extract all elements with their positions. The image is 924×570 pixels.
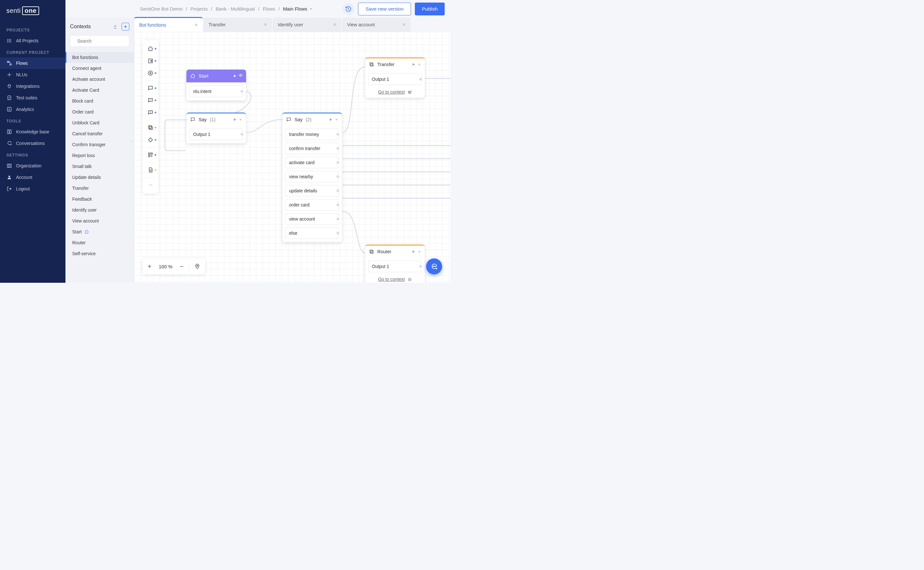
context-item[interactable]: Transfer	[65, 183, 134, 194]
tab-close-button[interactable]: ×	[403, 22, 406, 28]
history-button[interactable]	[343, 3, 354, 15]
node-header[interactable]: Say (2)	[282, 112, 342, 126]
zoom-in-button[interactable]: +	[143, 263, 157, 270]
breadcrumb-item[interactable]: SentiOne Bot Demo	[140, 6, 183, 12]
nav-item-flows[interactable]: Flows	[0, 57, 65, 69]
node-transfer[interactable]: Transfer Output 1 Go to context	[365, 57, 425, 98]
node-output[interactable]: Output 1	[368, 74, 421, 85]
context-item[interactable]: Feedback	[65, 194, 134, 205]
palette-layers[interactable]	[143, 121, 158, 134]
node-router[interactable]: Router Output 1 Go to context	[365, 245, 425, 283]
gear-icon[interactable]	[334, 117, 339, 122]
context-item[interactable]: Cancel transfer	[65, 128, 134, 139]
play-icon[interactable]	[411, 250, 416, 254]
flow-canvas[interactable]: Start nlu.intent Say (1) Output 1	[134, 32, 450, 283]
nav-item-account[interactable]: Account	[0, 172, 65, 183]
context-item[interactable]: Unblock Card	[65, 117, 134, 128]
breadcrumb-current[interactable]: Main Flows	[283, 6, 312, 12]
nav-item-kb[interactable]: Knowledge base	[0, 126, 65, 138]
editor-tab[interactable]: Transfer×	[203, 18, 272, 32]
breadcrumb-item[interactable]: Flows	[263, 6, 275, 12]
nav-item-nlus[interactable]: NLUs	[0, 69, 65, 80]
publish-button[interactable]: Publish	[415, 3, 445, 15]
editor-tab[interactable]: Identify user×	[273, 18, 341, 32]
palette-typing[interactable]	[143, 94, 158, 106]
node-output[interactable]: update details	[286, 185, 339, 196]
node-output[interactable]: else	[286, 227, 339, 239]
locate-button[interactable]	[189, 264, 205, 269]
context-item[interactable]: View account	[65, 215, 134, 226]
palette-dots[interactable]	[143, 179, 158, 191]
save-version-button[interactable]: Save new version	[358, 3, 410, 15]
nav-item-test-suites[interactable]: Test suites	[0, 92, 65, 104]
node-output[interactable]: view nearby	[286, 171, 339, 182]
context-search[interactable]	[70, 35, 129, 47]
node-header[interactable]: Transfer	[365, 57, 425, 70]
context-item[interactable]: Report loss	[65, 150, 134, 161]
context-item[interactable]: Self-service	[65, 248, 134, 259]
context-item[interactable]: Confirm transger	[65, 139, 134, 150]
go-to-context[interactable]: Go to context	[365, 88, 425, 98]
context-search-input[interactable]	[77, 38, 134, 44]
context-item[interactable]: Connect agent	[65, 63, 134, 74]
go-to-context[interactable]: Go to context	[365, 275, 425, 283]
play-icon[interactable]	[411, 62, 416, 67]
palette-grid[interactable]	[143, 149, 158, 161]
node-output[interactable]: nlu.intent	[190, 86, 243, 97]
context-item[interactable]: Bot functions	[65, 52, 134, 63]
node-output[interactable]: Output 1	[368, 260, 421, 272]
node-header[interactable]: Say (1)	[186, 112, 246, 126]
add-context-button[interactable]	[121, 23, 129, 31]
palette-enter[interactable]	[143, 55, 158, 67]
node-output[interactable]: Output 1	[190, 129, 243, 140]
context-item[interactable]: Router	[65, 237, 134, 248]
context-item[interactable]: Update details	[65, 172, 134, 183]
nav-item-organization[interactable]: Organization	[0, 160, 65, 172]
nav-item-integrations[interactable]: Integrations	[0, 80, 65, 92]
tab-close-button[interactable]: ×	[334, 22, 336, 28]
gear-icon[interactable]	[417, 62, 421, 67]
palette-diamond[interactable]	[143, 134, 158, 146]
context-item[interactable]: Block card	[65, 95, 134, 106]
play-icon[interactable]	[233, 117, 237, 122]
editor-tab[interactable]: View account×	[342, 18, 410, 32]
context-item[interactable]: Activate Card	[65, 85, 134, 95]
tab-close-button[interactable]: ×	[195, 22, 198, 28]
context-item[interactable]: Activate account	[65, 74, 134, 85]
nav-item-analytics[interactable]: Analytics	[0, 104, 65, 115]
gear-icon[interactable]	[417, 250, 421, 254]
context-item[interactable]: Start	[65, 226, 134, 237]
nav-item-conversations[interactable]: Conversations	[0, 138, 65, 149]
node-output[interactable]: order card	[286, 199, 339, 211]
node-say-1[interactable]: Say (1) Output 1	[186, 112, 246, 143]
editor-tab[interactable]: Bot functions×	[134, 17, 203, 32]
upload-context-button[interactable]	[111, 23, 119, 31]
node-output[interactable]: view account	[286, 213, 339, 225]
palette-home[interactable]	[143, 43, 158, 55]
palette-stop[interactable]	[143, 67, 158, 79]
gear-icon[interactable]	[238, 117, 243, 122]
zoom-out-button[interactable]: −	[175, 263, 189, 270]
context-item[interactable]: Identify user	[65, 205, 134, 215]
node-header[interactable]: Start	[186, 70, 246, 83]
palette-chat[interactable]	[143, 82, 158, 94]
play-icon[interactable]	[233, 74, 237, 78]
context-item[interactable]: Small talk	[65, 161, 134, 172]
node-output[interactable]: confirm transfer	[286, 142, 339, 154]
node-say-2[interactable]: Say (2) transfer moneyconfirm transferac…	[282, 112, 342, 242]
nav-item-logout[interactable]: Logout	[0, 183, 65, 195]
chat-fab[interactable]	[426, 258, 442, 274]
context-item[interactable]: Order card	[65, 106, 134, 117]
node-output[interactable]: transfer money	[286, 129, 339, 140]
node-header[interactable]: Router	[365, 245, 425, 257]
breadcrumb-item[interactable]: Bank - Multilingual	[215, 6, 255, 12]
collapse-panel-button[interactable]	[130, 136, 134, 146]
play-icon[interactable]	[329, 117, 333, 122]
nav-item-all-projects[interactable]: All Projects	[0, 35, 65, 46]
node-start[interactable]: Start nlu.intent	[186, 70, 246, 100]
palette-page[interactable]	[143, 164, 158, 176]
palette-alert[interactable]	[143, 106, 158, 119]
node-output[interactable]: activate card	[286, 157, 339, 168]
breadcrumb-item[interactable]: Projects	[191, 6, 208, 12]
tab-close-button[interactable]: ×	[264, 22, 267, 28]
